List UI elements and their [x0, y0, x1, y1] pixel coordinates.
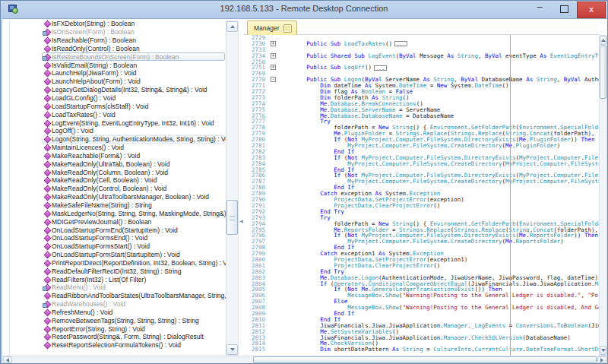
list-item[interactable]: OnLoadStartupFormsStart() : Void — [2, 242, 226, 251]
code-line[interactable]: 2799 Catch exception1 As System.Exceptio… — [244, 251, 599, 257]
member-list-scroll-up-icon[interactable] — [226, 21, 238, 32]
code-line[interactable]: 2777 Try — [244, 119, 599, 125]
list-item[interactable]: IsFXDebtor(String) : Boolean — [2, 20, 226, 28]
code-line[interactable]: 2812 Me.SetSystemVariables() — [244, 329, 599, 335]
code-line[interactable]: 2734 + Public Shared Sub LogEvent(ByVal … — [244, 53, 599, 59]
code-line[interactable]: 2809 End If — [244, 311, 599, 317]
list-item[interactable]: LoadGLConfig() : Void — [2, 94, 226, 103]
list-item[interactable]: LoadTaxRates() : Void — [2, 110, 226, 119]
list-item[interactable]: MaskLedgerNo(String, String, String, Mas… — [2, 209, 226, 217]
code-line[interactable]: 2798 End If — [244, 245, 599, 251]
maximize-button[interactable] — [554, 1, 574, 17]
list-item[interactable]: ReadRibbonAndToolbarStates(UltraToolbars… — [2, 292, 226, 300]
fold-expand-icon[interactable]: + — [271, 41, 276, 46]
member-list-vscroll-thumb[interactable] — [226, 200, 238, 235]
code-line[interactable]: 2769 — [244, 71, 599, 77]
code-line[interactable]: 2794 folderPath = New String() { Environ… — [244, 221, 599, 227]
member-list[interactable]: IsFXDebtor(String) : Boolean IsOnScreen(… — [2, 20, 226, 356]
code-line[interactable]: 2805 If (Not Me.GeneralLedgerTransaction… — [244, 286, 599, 293]
list-item[interactable]: RefreshMenu() : Void — [2, 309, 226, 317]
list-item[interactable]: LegacyGetDialogDetails(Int32, String&, S… — [2, 86, 226, 94]
list-item[interactable]: ReadMenu() : Void — [2, 283, 226, 292]
list-item[interactable]: LaunchHelp(JiwaForm) : Void — [2, 69, 226, 78]
hscroll-thumb[interactable] — [253, 356, 597, 363]
code-line[interactable]: 2811 JiwaFinancials.Jiwa.JiwaApplication… — [244, 323, 599, 329]
list-item[interactable]: OnLoadStartupFormStart(StartupItem) : Vo… — [2, 251, 226, 259]
list-item[interactable]: LaunchHelpAbout(Form) : Void — [2, 78, 226, 86]
list-item[interactable]: LogEvent(String, EventLogEntryType, Int3… — [2, 119, 226, 127]
close-button[interactable]: x — [577, 2, 606, 18]
code-line[interactable]: 2783 If (Not MyProject.Computer.FileSyst… — [244, 155, 599, 161]
code-line[interactable]: 2813 JiwaFinancials.Jiwa.JiwaApplication… — [244, 335, 599, 341]
code-line[interactable]: 2730 + Public Sub LoadTaxRates()... — [244, 41, 599, 47]
member-list-scroll-down-icon[interactable] — [226, 344, 238, 355]
code-line[interactable]: 2808 MessageBox.Show("Warning!Posting to… — [244, 305, 599, 311]
code-line[interactable]: 2789 Catch exception As System.Exception — [244, 191, 599, 197]
code-line[interactable]: 2791 ProjectData.ClearProjectError() — [244, 203, 599, 209]
fold-expand-icon[interactable]: + — [271, 53, 276, 59]
code-line[interactable]: 2795 Me.ReportsFolder = Strings.Replace(… — [244, 227, 599, 233]
code-line[interactable]: 2772 Dim flag As Boolean = False — [244, 89, 599, 95]
list-item[interactable]: ReportError(String, String) : Void — [2, 324, 226, 333]
tab-manager[interactable]: Manager — [247, 21, 297, 35]
code-line[interactable]: 2733 — [244, 47, 599, 53]
splitter-collapse-icon[interactable]: ◀ — [239, 215, 244, 227]
list-item[interactable]: MakeSafeFileName(String) : String — [2, 201, 226, 210]
minimize-button[interactable]: – — [530, 1, 549, 17]
code-line[interactable]: 2785 End If — [244, 167, 599, 173]
code-line[interactable]: 2803 Me.Database.Logon(AuthenticationMod… — [244, 275, 599, 281]
code-editor[interactable]: 2729 2730 + Public Sub LoadTaxRates()...… — [244, 35, 599, 356]
code-line[interactable]: 2815 Dim shortDatePattern As String = Cu… — [244, 347, 599, 353]
list-item[interactable]: MakeReachable(Form&) : Void — [2, 152, 226, 160]
code-line[interactable]: 2770 - Public Sub Logon(ByVal ServerName… — [244, 77, 599, 83]
title-bar[interactable]: 192.168.5.133 - Remote Desktop Connectio… — [1, 1, 607, 18]
code-line[interactable]: 2751 + Public Sub LogOff()... — [244, 65, 599, 71]
code-line[interactable]: 2810 End If — [244, 317, 599, 323]
code-scroll-down-icon[interactable] — [600, 346, 606, 355]
list-item[interactable]: MakeReadOnly(Cell, Boolean) : Void — [2, 176, 226, 185]
code-line[interactable]: 2797 MyProject.Computer.FileSystem.Creat… — [244, 239, 599, 245]
hscroll-left-icon[interactable] — [3, 356, 12, 363]
member-list-vscroll-track[interactable] — [226, 21, 239, 356]
list-item[interactable]: MDIGetPreviewJournal() : Boolean — [2, 217, 226, 226]
list-item[interactable]: IsReadOnly(Control) : Boolean — [2, 45, 226, 53]
code-line[interactable]: 2788 End If — [244, 185, 599, 191]
code-line[interactable]: 2786 If (Not MyProject.Computer.FileSyst… — [244, 173, 599, 179]
code-line[interactable]: 2814 Me.CheckVersion() — [244, 340, 599, 347]
code-line[interactable]: 2779 Me.PluginFolder = Strings.Replace(S… — [244, 131, 599, 137]
list-item[interactable]: ResetPassword(String&, Form, String) : D… — [2, 333, 226, 341]
list-item[interactable]: OnLoadStartupFormEnd(StartupItem) : Void — [2, 226, 226, 234]
list-item[interactable]: RemoveBetweenTags(String, String, String… — [2, 316, 226, 324]
tab-pin-icon[interactable] — [283, 24, 292, 33]
fold-collapse-icon[interactable]: - — [271, 77, 276, 82]
code-line[interactable]: 2806 MessageBox.Show("Warning!Posting to… — [244, 293, 599, 299]
code-line[interactable]: 2775 Me.Database.ServerName = ServerName — [244, 107, 599, 113]
list-item[interactable]: OnLoadStartupFormsEnd() : Void — [2, 234, 226, 242]
list-item[interactable]: LoadStartupForms(clsStaff) : Void — [2, 102, 226, 110]
list-item[interactable]: MakeReadOnly(UltraTab, Boolean) : Void — [2, 160, 226, 168]
code-line[interactable]: 2792 End Try — [244, 209, 599, 215]
code-line[interactable]: 2781 MyProject.Computer.FileSystem.Creat… — [244, 143, 599, 149]
code-line[interactable]: 2729 — [244, 35, 599, 41]
list-item[interactable]: IsOnScreen(Form) : Boolean — [2, 28, 226, 36]
panel-splitter[interactable] — [239, 20, 244, 356]
code-line[interactable]: 2804 If (Operators.ConditionalCompareObj… — [244, 281, 599, 287]
code-line[interactable]: 2750 — [244, 59, 599, 65]
code-line[interactable]: 2793 Try — [244, 215, 599, 221]
code-line[interactable]: 2796 If (Not MyProject.Computer.FileSyst… — [244, 233, 599, 239]
code-line[interactable]: 2784 MyProject.Computer.FileSystem.Creat… — [244, 161, 599, 167]
list-item[interactable]: ReadFilters(Int32) : List(Of Filter) — [2, 275, 226, 283]
list-item[interactable]: ReadDefaultFilterRecID(Int32, String) : … — [2, 267, 226, 275]
list-item[interactable]: Logon(String, String, AuthenticationMode… — [2, 135, 226, 144]
code-line[interactable]: 2807 Else — [244, 299, 599, 305]
list-item[interactable]: ReadWarehouses() : Void — [2, 300, 226, 309]
code-line[interactable]: 2801 ProjectData.ClearProjectError() — [244, 263, 599, 269]
code-line[interactable]: 2782 End If — [244, 149, 599, 155]
code-scroll-up-icon[interactable] — [600, 36, 606, 45]
list-item[interactable]: ResetReportSelectionFormulaTokens() : Vo… — [2, 341, 226, 350]
code-line[interactable]: 2790 ProjectData.SetProjectError(excepti… — [244, 197, 599, 203]
code-line[interactable]: 2771 Dim dateTime As System.DateTime = N… — [244, 83, 599, 89]
code-line[interactable]: 2773 Dim folderPath As String() — [244, 95, 599, 101]
code-line[interactable]: 2776 Me.Database.DatabaseName = Database… — [244, 113, 599, 119]
list-item[interactable]: MakeReadOnly(UltraToolbarsManager, Boole… — [2, 193, 226, 201]
